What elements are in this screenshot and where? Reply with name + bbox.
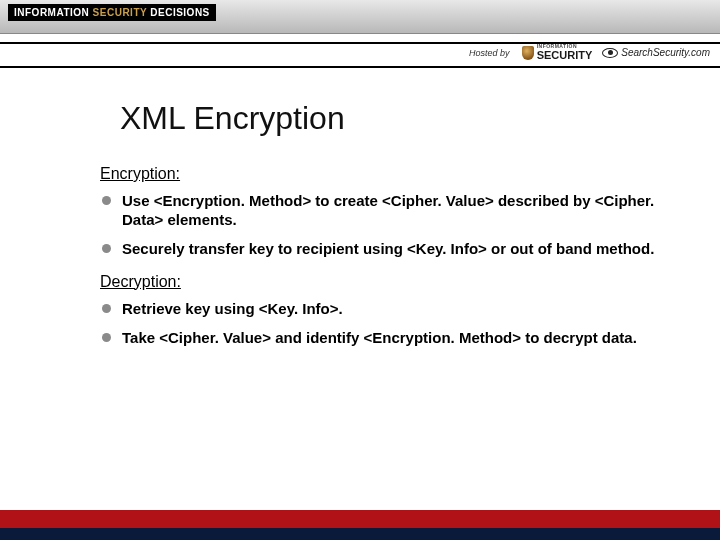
list-item: Retrieve key using <Key. Info>. [100, 299, 660, 318]
bullet-list-encryption: Use <Encryption. Method> to create <Ciph… [100, 191, 660, 259]
list-item: Use <Encryption. Method> to create <Ciph… [100, 191, 660, 229]
slide-content: XML Encryption Encryption: Use <Encrypti… [100, 100, 660, 361]
footer-bars [0, 510, 720, 540]
divider-bottom [0, 66, 720, 68]
slide-title: XML Encryption [120, 100, 660, 137]
sponsor-security-logo: INFORMATION SECURITY [522, 44, 593, 61]
section-label-encryption: Encryption: [100, 165, 660, 183]
brand-text-1: INFORMATION [14, 7, 93, 18]
brand-badge: INFORMATION SECURITY DECISIONS [8, 4, 216, 21]
brand-text-3: DECISIONS [150, 7, 210, 18]
header-bar: INFORMATION SECURITY DECISIONS [0, 0, 720, 34]
sponsor1-main: SECURITY [537, 49, 593, 61]
hosted-by-row: Hosted by INFORMATION SECURITY SearchSec… [469, 44, 710, 61]
section-label-decryption: Decryption: [100, 273, 660, 291]
sponsor-searchsecurity-logo: SearchSecurity.com [602, 47, 710, 58]
list-item: Securely transfer key to recipient using… [100, 239, 660, 258]
list-item: Take <Cipher. Value> and identify <Encry… [100, 328, 660, 347]
hosted-by-label: Hosted by [469, 48, 510, 58]
shield-icon [522, 46, 534, 60]
footer-navy-bar [0, 528, 720, 540]
brand-text-2: SECURITY [93, 7, 151, 18]
bullet-list-decryption: Retrieve key using <Key. Info>. Take <Ci… [100, 299, 660, 347]
sponsor2-text: SearchSecurity.com [621, 47, 710, 58]
eye-icon [602, 48, 618, 58]
footer-red-bar [0, 510, 720, 528]
